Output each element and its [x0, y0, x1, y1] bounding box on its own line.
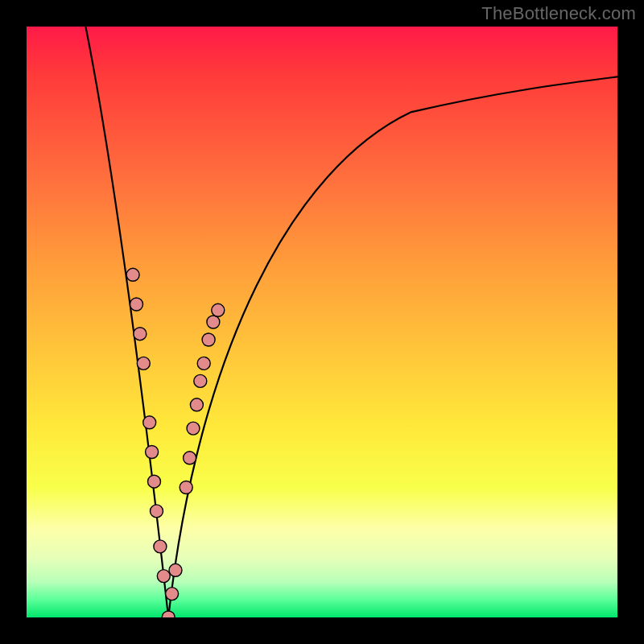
curve-marker — [202, 333, 215, 346]
curve-marker — [151, 505, 163, 518]
curve-marker — [212, 303, 225, 316]
curve-marker — [130, 298, 143, 311]
curve-marker — [180, 481, 192, 494]
curve-marker — [166, 588, 179, 601]
curve-marker — [184, 452, 196, 464]
curve-marker — [126, 268, 139, 281]
bottleneck-curve — [85, 27, 617, 617]
curve-marker — [157, 570, 170, 583]
curve-markers — [126, 268, 225, 617]
curve-marker — [148, 475, 161, 488]
curve-marker — [134, 328, 147, 341]
watermark-text: TheBottleneck.com — [481, 3, 636, 24]
curve-marker — [197, 357, 210, 369]
curve-marker — [187, 422, 200, 435]
curve-marker — [194, 374, 207, 387]
curve-marker — [162, 611, 175, 617]
curve-marker — [169, 564, 182, 576]
chart-frame — [27, 27, 617, 617]
curve-marker — [154, 540, 167, 553]
curve-marker — [190, 398, 203, 411]
curve-marker — [137, 357, 150, 369]
curve-marker — [207, 316, 220, 328]
curve-marker — [143, 416, 156, 429]
curve-marker — [146, 446, 159, 459]
chart-svg — [27, 27, 617, 617]
